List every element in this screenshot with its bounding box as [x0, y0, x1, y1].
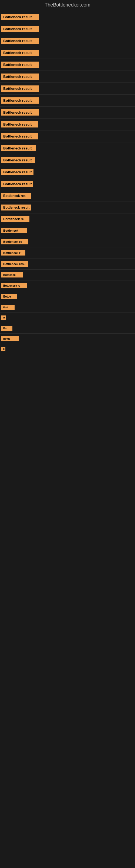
- results-container: Bottleneck resultBottleneck resultBottle…: [0, 11, 135, 381]
- bottleneck-badge[interactable]: Bottleneck result: [1, 157, 35, 163]
- bottleneck-badge[interactable]: Bottle: [1, 294, 17, 299]
- result-row: Bottleneck result: [0, 143, 135, 154]
- bottleneck-badge[interactable]: Bottleneck resu: [1, 261, 28, 267]
- bottleneck-badge[interactable]: Bottleneck re: [1, 239, 28, 244]
- result-row: Bottleneck result: [0, 47, 135, 59]
- bottleneck-badge[interactable]: Bottleneck re: [1, 283, 27, 288]
- bottleneck-badge[interactable]: Bottlenec: [1, 272, 23, 278]
- result-row: Bottleneck result: [0, 119, 135, 130]
- result-row: Bottleneck result: [0, 35, 135, 47]
- bottleneck-badge[interactable]: Bottleneck result: [1, 97, 39, 104]
- result-row: Bottleneck result: [0, 95, 135, 106]
- result-row: Bottleneck re: [0, 280, 135, 291]
- result-row: Bottleneck result: [0, 83, 135, 95]
- result-row: Bottleneck result: [0, 71, 135, 83]
- bottleneck-badge[interactable]: Bottleneck result: [1, 38, 39, 44]
- result-row: Bott: [0, 302, 135, 313]
- bottleneck-badge[interactable]: Bottleneck res: [1, 193, 31, 199]
- result-row: Bottleneck result: [0, 59, 135, 71]
- bottleneck-badge[interactable]: Bo: [1, 326, 12, 331]
- result-row: Bottleneck r: [0, 247, 135, 258]
- bottleneck-badge[interactable]: Bottleneck r: [1, 250, 26, 255]
- bottleneck-badge[interactable]: Bottleneck: [1, 228, 27, 233]
- bottleneck-badge[interactable]: Bottleneck result: [1, 133, 38, 140]
- bottleneck-badge[interactable]: Bottleneck result: [1, 73, 39, 80]
- result-row: B: [0, 344, 135, 354]
- bottleneck-badge[interactable]: Bottleneck result: [1, 121, 38, 127]
- result-row: Bottlenec: [0, 270, 135, 280]
- bottleneck-badge[interactable]: B: [1, 315, 6, 320]
- bottleneck-badge[interactable]: Bottleneck result: [1, 62, 39, 68]
- bottleneck-badge[interactable]: Bottleneck result: [1, 26, 39, 32]
- bottleneck-badge[interactable]: Bottleneck result: [1, 86, 39, 92]
- result-row: Bottleneck result: [0, 11, 135, 23]
- bottleneck-badge[interactable]: B: [1, 347, 5, 351]
- result-row: Bo: [0, 323, 135, 334]
- result-row: Bottleneck result: [0, 106, 135, 119]
- result-row: Bottleneck result: [0, 154, 135, 166]
- bottleneck-badge[interactable]: Bott: [1, 305, 14, 310]
- bottleneck-badge[interactable]: Bottleneck result: [1, 205, 31, 211]
- bottleneck-badge[interactable]: Bottle: [1, 336, 18, 341]
- result-row: Bottle: [0, 291, 135, 302]
- result-row: Bottleneck resu: [0, 258, 135, 270]
- site-title: TheBottlenecker.com: [0, 0, 135, 11]
- bottleneck-badge[interactable]: Bottleneck result: [1, 50, 39, 56]
- result-row: Bottleneck result: [0, 23, 135, 35]
- result-row: Bottleneck re: [0, 214, 135, 225]
- result-row: B: [0, 313, 135, 323]
- result-row: Bottleneck re: [0, 236, 135, 247]
- bottleneck-badge[interactable]: Bottleneck result: [1, 14, 39, 20]
- result-row: Bottleneck result: [0, 166, 135, 178]
- bottleneck-badge[interactable]: Bottleneck result: [1, 109, 39, 116]
- bottleneck-badge[interactable]: Bottleneck result: [1, 181, 33, 187]
- result-row: Bottleneck res: [0, 190, 135, 202]
- result-row: Bottleneck: [0, 225, 135, 236]
- bottleneck-badge[interactable]: Bottleneck result: [1, 169, 34, 175]
- result-row: Bottle: [0, 334, 135, 344]
- result-row: Bottleneck result: [0, 178, 135, 190]
- bottleneck-badge[interactable]: Bottleneck result: [1, 145, 36, 151]
- result-row: Bottleneck result: [0, 202, 135, 214]
- result-row: Bottleneck result: [0, 130, 135, 143]
- bottleneck-badge[interactable]: Bottleneck re: [1, 216, 30, 222]
